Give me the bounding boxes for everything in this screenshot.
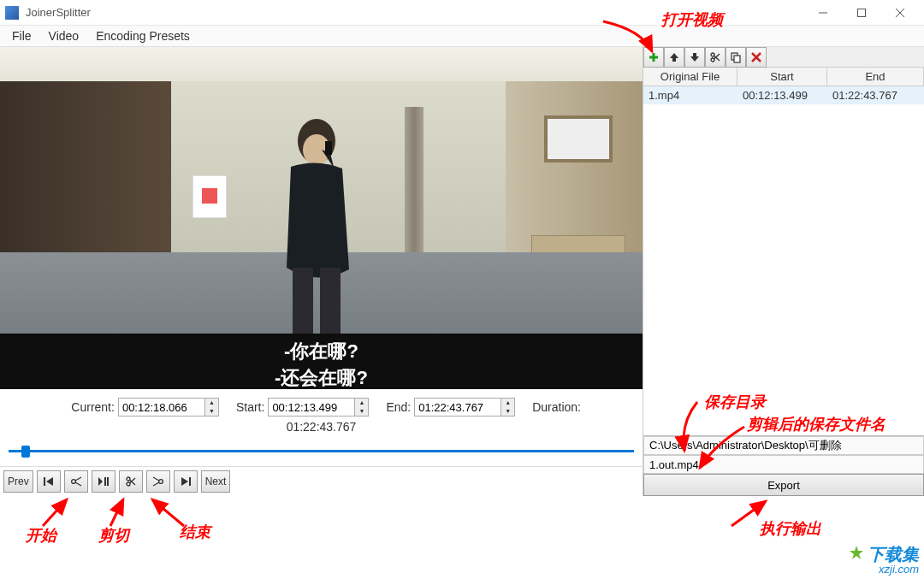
hdr-end[interactable]: End	[827, 68, 924, 86]
subtitle-line-2: -还会在哪?	[0, 365, 643, 389]
close-button[interactable]	[880, 0, 919, 26]
window-title: JoinerSplitter	[26, 6, 803, 19]
menu-video[interactable]: Video	[40, 26, 88, 46]
current-label: Current:	[71, 400, 115, 414]
hdr-start[interactable]: Start	[737, 68, 827, 86]
menu-file[interactable]: File	[3, 26, 40, 46]
right-panel: Original File Start End 1.mp4 00:12:13.4…	[643, 47, 924, 496]
ann-start: 开始	[26, 525, 56, 546]
watermark-title: 下载集	[868, 545, 919, 564]
cell-start: 00:12:13.499	[737, 86, 827, 104]
subtitle-line-1: -你在哪?	[0, 339, 643, 365]
current-up[interactable]: ▲	[205, 399, 218, 407]
app-icon	[5, 6, 19, 20]
watermark-url: xzji.com	[849, 564, 919, 576]
svg-point-21	[158, 480, 163, 484]
duration-value: 01:22:43.767	[287, 420, 357, 434]
svg-marker-28	[670, 53, 678, 62]
cell-end: 01:22:43.767	[827, 86, 924, 104]
minimize-button[interactable]	[803, 0, 842, 26]
svg-line-13	[75, 482, 81, 486]
start-spinner[interactable]: ▲▼	[268, 398, 369, 417]
move-down-button[interactable]	[684, 47, 705, 68]
skip-forward-button[interactable]	[174, 470, 198, 493]
svg-point-11	[71, 480, 75, 484]
subtitle-overlay: -你在哪? -还会在哪?	[0, 334, 643, 389]
end-up[interactable]: ▲	[501, 399, 514, 407]
svg-marker-24	[181, 477, 188, 486]
table-row[interactable]: 1.mp4 00:12:13.499 01:22:43.767	[643, 86, 924, 104]
start-label: Start:	[236, 400, 264, 414]
svg-marker-14	[98, 477, 103, 486]
export-button[interactable]: Export	[643, 474, 924, 496]
output-filename-field[interactable]	[643, 455, 924, 474]
table-header: Original File Start End	[643, 68, 924, 86]
skip-back-button[interactable]	[37, 470, 61, 493]
start-value[interactable]	[269, 399, 354, 416]
ann-start-arrow	[26, 496, 68, 530]
end-down[interactable]: ▼	[501, 407, 514, 416]
menu-encoding-presets[interactable]: Encoding Presets	[87, 26, 198, 46]
svg-rect-16	[107, 477, 109, 486]
time-info: Current: ▲▼ Start: ▲▼ End: ▲▼ Duration:	[0, 389, 643, 437]
current-spinner[interactable]: ▲▼	[118, 398, 219, 417]
menu-bar: File Video Encoding Presets	[0, 26, 924, 47]
hdr-file[interactable]: Original File	[643, 68, 737, 86]
add-file-button[interactable]	[643, 47, 664, 68]
current-down[interactable]: ▼	[205, 407, 218, 416]
output-section: Export	[643, 435, 924, 496]
cell-file: 1.mp4	[643, 86, 737, 104]
svg-rect-35	[734, 56, 740, 62]
ann-cut: 剪切	[98, 525, 129, 546]
ann-execute: 执行输出	[760, 518, 821, 539]
svg-marker-10	[46, 477, 53, 486]
maximize-button[interactable]	[842, 0, 880, 26]
start-down[interactable]: ▼	[355, 407, 368, 416]
ann-end-arrow	[145, 496, 188, 530]
end-value[interactable]	[415, 399, 500, 416]
next-button[interactable]: Next	[201, 470, 231, 493]
set-start-button[interactable]	[64, 470, 88, 493]
end-spinner[interactable]: ▲▼	[414, 398, 515, 417]
file-toolbar	[643, 47, 924, 68]
play-pause-button[interactable]	[92, 470, 116, 493]
duration-label: Duration:	[532, 400, 581, 414]
set-end-button[interactable]	[146, 470, 170, 493]
start-up[interactable]: ▲	[355, 399, 368, 407]
end-label: End:	[386, 400, 411, 414]
watermark: 下载集 xzji.com	[849, 545, 919, 576]
svg-rect-1	[857, 9, 865, 16]
output-folder-field[interactable]	[643, 436, 924, 455]
svg-marker-39	[850, 546, 863, 559]
cut-tool-button[interactable]	[705, 47, 726, 68]
current-value[interactable]	[119, 399, 204, 416]
svg-line-23	[153, 482, 159, 486]
delete-button[interactable]	[746, 47, 767, 68]
svg-line-22	[153, 477, 159, 481]
svg-marker-29	[690, 53, 699, 62]
playback-controls: Prev Next	[0, 466, 643, 496]
cut-button[interactable]	[119, 470, 143, 493]
ann-execute-arrow	[723, 496, 774, 530]
left-panel: 1990's -你在哪? -还会在哪?	[0, 47, 643, 496]
copy-button[interactable]	[726, 47, 746, 68]
video-preview[interactable]: 1990's -你在哪? -还会在哪?	[0, 47, 643, 389]
file-table[interactable]: Original File Start End 1.mp4 00:12:13.4…	[643, 68, 924, 435]
svg-rect-25	[189, 477, 191, 486]
ann-end: 结束	[180, 522, 210, 542]
ann-cut-arrow	[98, 496, 132, 530]
svg-rect-15	[104, 477, 106, 486]
seek-slider[interactable]	[9, 442, 634, 459]
move-up-button[interactable]	[664, 47, 684, 68]
svg-rect-9	[44, 477, 45, 486]
svg-line-12	[75, 477, 81, 481]
svg-rect-8	[325, 141, 332, 155]
title-bar: JoinerSplitter	[0, 0, 924, 26]
prev-button[interactable]: Prev	[3, 470, 33, 493]
